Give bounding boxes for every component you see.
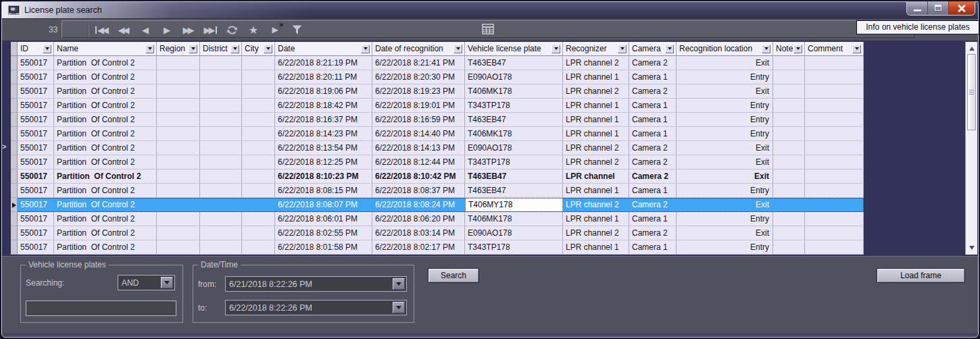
table-row[interactable]: 550017Partition Of Control 26/22/2018 8:…	[11, 141, 864, 155]
cell-region[interactable]	[157, 56, 200, 70]
cell-date[interactable]: 6/22/2018 8:18:42 PM	[275, 99, 372, 113]
cell-date[interactable]: 6/22/2018 8:06:01 PM	[275, 212, 372, 226]
cell-note[interactable]	[773, 212, 805, 226]
cell-recognizer[interactable]: LPR channel 1	[563, 99, 629, 113]
cell-city[interactable]	[242, 127, 275, 141]
cell-region[interactable]	[157, 84, 200, 99]
date-from-dropdown-icon[interactable]	[393, 278, 405, 290]
cell-plate[interactable]: T406MK178	[465, 84, 563, 99]
cell-recognizer[interactable]: LPR channel 2	[563, 141, 629, 155]
fast-forward-button[interactable]: ▶▶	[178, 21, 199, 38]
scroll-up-icon[interactable]	[969, 47, 975, 51]
cell-city[interactable]	[242, 56, 275, 70]
cell-name[interactable]: Partition Of Control 2	[54, 170, 157, 184]
scrollbar-thumb[interactable]	[967, 54, 976, 130]
cell-date[interactable]: 6/22/2018 8:14:23 PM	[275, 127, 372, 141]
cell-plate[interactable]: T343TP178	[465, 240, 563, 255]
cell-city[interactable]	[242, 70, 275, 84]
cell-date_of_recognition[interactable]: 6/22/2018 8:16:59 PM	[372, 113, 465, 127]
cell-location[interactable]: Exit	[677, 226, 773, 240]
filter-button[interactable]	[287, 21, 307, 38]
cell-camera[interactable]: Camera 1	[629, 184, 677, 198]
cell-recognizer[interactable]: LPR channel 1	[563, 184, 629, 198]
cell-note[interactable]	[773, 70, 805, 84]
cell-name[interactable]: Partition Of Control 2	[54, 84, 157, 99]
table-row[interactable]: 550017Partition Of Control 26/22/2018 8:…	[11, 99, 864, 113]
cell-region[interactable]	[157, 70, 200, 84]
cell-city[interactable]	[242, 84, 275, 99]
cell-id[interactable]: 550017	[18, 127, 54, 141]
cell-plate[interactable]: T406MK178	[465, 212, 563, 226]
filter-dropdown-icon[interactable]	[552, 45, 560, 53]
column-header-recognizer[interactable]: Recognizer	[563, 42, 629, 56]
date-to-input[interactable]	[226, 303, 393, 313]
column-header-city[interactable]: City	[242, 42, 275, 56]
column-header-date[interactable]: Date	[275, 42, 372, 56]
cell-name[interactable]: Partition Of Control 2	[54, 155, 157, 170]
cell-city[interactable]	[242, 240, 275, 255]
cell-location[interactable]: Exit	[677, 56, 773, 70]
cell-id[interactable]: 550017	[18, 212, 54, 226]
cell-location[interactable]: Exit	[677, 170, 773, 184]
cell-district[interactable]	[200, 99, 242, 113]
cell-comment[interactable]	[805, 84, 864, 99]
cell-camera[interactable]: Camera 1	[629, 113, 677, 127]
vertical-scrollbar[interactable]	[965, 42, 977, 255]
cell-recognizer[interactable]: LPR channel 2	[563, 56, 629, 70]
cell-district[interactable]	[200, 56, 242, 70]
column-header-region[interactable]: Region	[157, 42, 200, 56]
cell-comment[interactable]	[805, 170, 864, 184]
row-selector-gutter[interactable]	[11, 70, 18, 84]
cell-note[interactable]	[773, 84, 805, 99]
cell-district[interactable]	[200, 198, 242, 212]
cell-note[interactable]	[773, 127, 805, 141]
cell-date[interactable]: 6/22/2018 8:01:58 PM	[275, 240, 372, 255]
row-selector-gutter[interactable]	[11, 198, 18, 212]
cell-location[interactable]: Exit	[677, 84, 773, 99]
cell-location[interactable]: Exit	[677, 155, 773, 170]
cell-district[interactable]	[200, 212, 242, 226]
filter-dropdown-icon[interactable]	[43, 45, 51, 53]
cell-date[interactable]: 6/22/2018 8:10:23 PM	[275, 170, 372, 184]
cell-note[interactable]	[773, 198, 805, 212]
row-selector-gutter[interactable]	[11, 141, 18, 155]
cell-id[interactable]: 550017	[18, 84, 54, 99]
cell-district[interactable]	[200, 84, 242, 99]
column-header-comment[interactable]: Comment	[805, 42, 864, 56]
table-row[interactable]: 550017Partition Of Control 26/22/2018 8:…	[11, 184, 864, 198]
cell-name[interactable]: Partition Of Control 2	[54, 184, 157, 198]
cell-location[interactable]: Entry	[677, 184, 773, 198]
row-selector-gutter[interactable]	[11, 184, 18, 198]
cell-date_of_recognition[interactable]: 6/22/2018 8:06:20 PM	[372, 212, 465, 226]
next-record-button[interactable]: ▶	[157, 21, 177, 38]
row-selector-gutter[interactable]	[11, 56, 18, 70]
column-header-location[interactable]: Recognition location	[677, 42, 773, 56]
cell-id[interactable]: 550017	[18, 99, 54, 113]
cell-camera[interactable]: Camera 2	[629, 84, 677, 99]
cell-city[interactable]	[242, 170, 275, 184]
cell-recognizer[interactable]: LPR channel 1	[563, 240, 629, 255]
refresh-button[interactable]	[222, 21, 242, 38]
cell-id[interactable]: 550017	[18, 198, 54, 212]
filter-dropdown-icon[interactable]	[852, 45, 861, 53]
cell-note[interactable]	[773, 141, 805, 155]
cell-name[interactable]: Partition Of Control 2	[54, 141, 157, 155]
cell-name[interactable]: Partition Of Control 2	[54, 198, 157, 212]
cell-district[interactable]	[200, 141, 242, 155]
cell-camera[interactable]: Camera 1	[629, 70, 677, 84]
cell-recognizer[interactable]: LPR channel 1	[563, 70, 629, 84]
cell-city[interactable]	[242, 226, 275, 240]
cell-note[interactable]	[773, 155, 805, 170]
cell-name[interactable]: Partition Of Control 2	[54, 113, 157, 127]
cell-comment[interactable]	[805, 155, 864, 170]
cell-comment[interactable]	[805, 198, 864, 212]
titlebar[interactable]: License plate search	[2, 2, 978, 18]
cell-comment[interactable]	[805, 184, 864, 198]
cell-district[interactable]	[200, 226, 242, 240]
cell-date_of_recognition[interactable]: 6/22/2018 8:14:13 PM	[372, 141, 465, 155]
cell-region[interactable]	[157, 99, 200, 113]
cell-recognizer[interactable]: LPR channel 1	[563, 212, 629, 226]
cell-date[interactable]: 6/22/2018 8:16:37 PM	[275, 113, 372, 127]
cell-camera[interactable]: Camera 1	[629, 240, 677, 255]
table-row[interactable]: 550017Partition Of Control 26/22/2018 8:…	[11, 84, 864, 99]
